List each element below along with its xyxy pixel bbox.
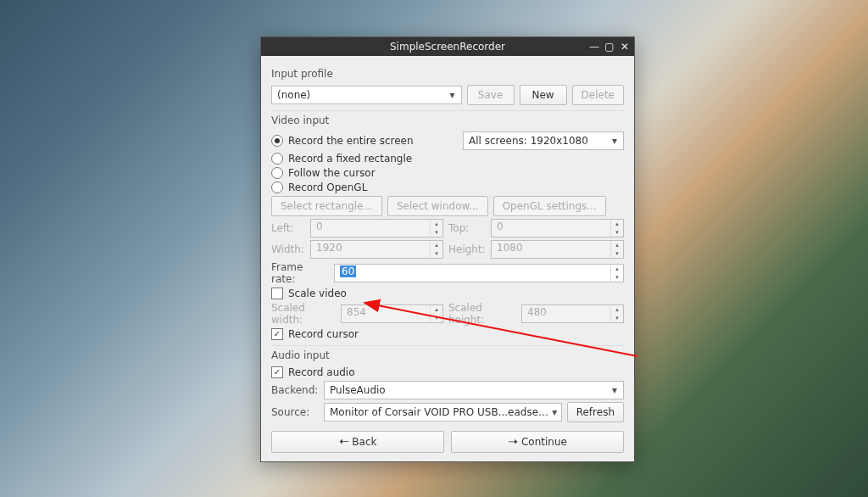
close-icon[interactable]: ✕ bbox=[617, 39, 632, 54]
back-button[interactable]: 🠐 Back bbox=[271, 431, 444, 453]
frame-rate-label: Frame rate: bbox=[271, 261, 329, 285]
backend-select[interactable]: PulseAudio ▾ bbox=[324, 381, 624, 399]
checkbox-icon bbox=[271, 328, 283, 340]
select-rectangle-button[interactable]: Select rectangle... bbox=[271, 196, 382, 216]
scaled-width-label: Scaled width: bbox=[271, 302, 336, 326]
record-audio-checkbox[interactable]: Record audio bbox=[271, 366, 355, 378]
spinner-arrows-icon[interactable]: ▴▾ bbox=[610, 265, 623, 282]
scaled-width-input: 854▴▾ bbox=[341, 304, 443, 323]
minimize-icon[interactable]: — bbox=[587, 39, 602, 54]
backend-label: Backend: bbox=[271, 384, 319, 396]
checkbox-icon bbox=[271, 366, 283, 378]
opengl-settings-button[interactable]: OpenGL settings... bbox=[493, 196, 606, 216]
profile-section-label: Input profile bbox=[271, 68, 624, 80]
audio-section-label: Audio input bbox=[271, 349, 624, 361]
checkbox-icon bbox=[271, 288, 283, 299]
divider bbox=[271, 110, 624, 111]
screen-select[interactable]: All screens: 1920x1080 ▾ bbox=[463, 131, 624, 150]
radio-entire-screen[interactable]: Record the entire screen bbox=[271, 135, 414, 147]
record-cursor-checkbox[interactable]: Record cursor bbox=[271, 328, 359, 340]
chevron-down-icon: ▾ bbox=[608, 135, 621, 147]
scaled-height-label: Scaled height: bbox=[448, 302, 516, 326]
chevron-down-icon: ▾ bbox=[550, 406, 559, 418]
height-input: 1080▴▾ bbox=[491, 240, 624, 259]
divider bbox=[271, 345, 624, 346]
arrow-left-icon: 🠐 bbox=[339, 436, 353, 448]
continue-button[interactable]: 🠒 Continue bbox=[451, 431, 624, 453]
radio-opengl[interactable]: Record OpenGL bbox=[271, 181, 367, 193]
frame-rate-input[interactable]: 60 ▴▾ bbox=[334, 264, 624, 282]
profile-selected: (none) bbox=[277, 89, 310, 101]
radio-dot-icon bbox=[271, 167, 283, 179]
arrow-right-icon: 🠒 bbox=[508, 436, 521, 448]
left-label: Left: bbox=[271, 222, 305, 234]
refresh-button[interactable]: Refresh bbox=[567, 402, 624, 422]
radio-follow-cursor[interactable]: Follow the cursor bbox=[271, 167, 376, 179]
scale-video-checkbox[interactable]: Scale video bbox=[271, 288, 347, 299]
top-label: Top: bbox=[448, 222, 486, 234]
radio-dot-icon bbox=[271, 153, 283, 165]
video-section-label: Video input bbox=[271, 114, 624, 126]
chevron-down-icon: ▾ bbox=[608, 384, 621, 396]
source-label: Source: bbox=[271, 406, 319, 418]
radio-dot-icon bbox=[271, 181, 283, 193]
frame-rate-value: 60 bbox=[340, 265, 356, 277]
maximize-icon[interactable]: ▢ bbox=[602, 39, 617, 54]
app-window: SimpleScreenRecorder — ▢ ✕ Input profile… bbox=[260, 36, 635, 462]
desktop-wallpaper: SimpleScreenRecorder — ▢ ✕ Input profile… bbox=[0, 0, 868, 497]
titlebar[interactable]: SimpleScreenRecorder — ▢ ✕ bbox=[261, 37, 634, 56]
new-button[interactable]: New bbox=[520, 85, 567, 105]
top-input: 0▴▾ bbox=[491, 219, 624, 237]
radio-fixed-rect[interactable]: Record a fixed rectangle bbox=[271, 153, 412, 165]
chevron-down-icon: ▾ bbox=[446, 89, 459, 101]
delete-button[interactable]: Delete bbox=[572, 85, 624, 105]
scaled-height-input: 480▴▾ bbox=[521, 304, 624, 323]
profile-select[interactable]: (none) ▾ bbox=[271, 86, 462, 104]
source-select[interactable]: Monitor of Corsair VOID PRO USB...eadset… bbox=[324, 403, 562, 422]
radio-dot-icon bbox=[271, 135, 283, 147]
window-title: SimpleScreenRecorder bbox=[390, 41, 505, 53]
left-input: 0▴▾ bbox=[310, 219, 443, 237]
width-label: Width: bbox=[271, 243, 305, 255]
save-button[interactable]: Save bbox=[467, 85, 515, 105]
width-input: 1920▴▾ bbox=[310, 240, 443, 259]
height-label: Height: bbox=[448, 243, 486, 255]
select-window-button[interactable]: Select window... bbox=[387, 196, 488, 216]
